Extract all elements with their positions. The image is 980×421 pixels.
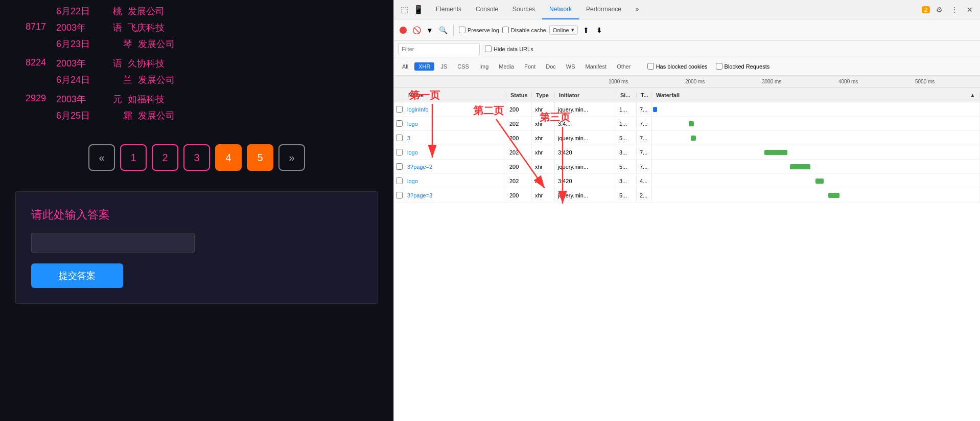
row-checkbox[interactable] (394, 145, 404, 159)
filter-input[interactable] (398, 43, 480, 55)
answer-label: 请此处输入答案 (31, 207, 362, 223)
header-time[interactable]: T... (637, 92, 652, 98)
has-blocked-area: Has blocked cookies Blocked Requests (647, 63, 770, 70)
page-3-button[interactable]: 3 (183, 144, 210, 171)
row-initiator[interactable]: 3:420 (555, 145, 616, 159)
header-name[interactable]: Name (404, 92, 506, 98)
row-checkbox[interactable] (394, 117, 404, 130)
waterfall-bar (815, 179, 824, 184)
table-row: 8224 2003年 语 久协科技 (15, 57, 378, 70)
disable-cache-checkbox[interactable] (502, 27, 509, 33)
row-checkbox[interactable] (394, 131, 404, 145)
network-row-3[interactable]: 3 200 xhr jquery.min... 5... 7... (394, 131, 980, 145)
sub-char: 兰 (118, 74, 138, 86)
filter-img[interactable]: Img (475, 62, 493, 71)
row-type: xhr (532, 174, 555, 188)
tab-more[interactable]: » (628, 0, 646, 19)
tab-console[interactable]: Console (469, 0, 505, 19)
filter-css[interactable]: CSS (453, 62, 473, 71)
filter-js[interactable]: JS (436, 62, 451, 71)
blocked-requests-label[interactable]: Blocked Requests (716, 63, 770, 70)
network-row-logo-1[interactable]: logo 202 xhr 3:4... 1... 7... (394, 117, 980, 131)
page-4-button[interactable]: 4 (215, 144, 242, 171)
filter-ws[interactable]: WS (562, 62, 579, 71)
sub-char: 琴 (118, 38, 138, 50)
tab-sources[interactable]: Sources (505, 0, 542, 19)
devtools-settings-area: 2 ⚙ ⋮ ✕ (922, 4, 976, 16)
row-type: xhr (532, 145, 555, 159)
tab-network[interactable]: Network (542, 0, 579, 19)
table-row: 6月22日 桃 发展公司 (15, 5, 378, 17)
hide-urls-label[interactable]: Hide data URLs (485, 46, 533, 52)
row-size: 5... (616, 131, 637, 145)
row-name: logo (404, 117, 506, 130)
network-row-page3[interactable]: 3?page=3 200 xhr jquery.min... 5... 2... (394, 188, 980, 203)
more-options-icon[interactable]: ⋮ (948, 4, 961, 16)
answer-input[interactable] (31, 233, 195, 253)
row-checkbox[interactable] (394, 160, 404, 173)
download-icon[interactable]: ⬇ (594, 25, 604, 35)
close-devtools-icon[interactable]: ✕ (964, 4, 976, 16)
tl-mark-1000: 1000 ms (609, 79, 628, 84)
record-button[interactable] (398, 25, 408, 35)
devtools-panel: ⬚ 📱 Elements Console Sources Network Per… (393, 0, 980, 421)
filter-all[interactable]: All (398, 62, 412, 71)
row-year: 2003年 (56, 21, 107, 34)
row-status: 202 (506, 117, 532, 130)
header-type[interactable]: Type (532, 92, 555, 98)
header-initiator[interactable]: Initiator (555, 92, 616, 98)
has-blocked-checkbox[interactable] (647, 63, 654, 70)
settings-icon[interactable]: ⚙ (933, 4, 945, 16)
prev-page-button[interactable]: « (88, 144, 115, 171)
page-5-button[interactable]: 5 (247, 144, 273, 171)
blocked-requests-checkbox[interactable] (716, 63, 722, 70)
filter-other[interactable]: Other (613, 62, 635, 71)
preserve-log-checkbox[interactable] (459, 27, 465, 33)
tab-performance[interactable]: Performance (579, 0, 628, 19)
filter-xhr[interactable]: XHR (414, 62, 434, 71)
row-checkbox[interactable] (394, 102, 404, 116)
tab-elements[interactable]: Elements (429, 0, 469, 19)
row-type: xhr (532, 102, 555, 116)
disable-cache-label[interactable]: Disable cache (502, 27, 546, 33)
has-blocked-label[interactable]: Has blocked cookies (647, 63, 708, 70)
network-row-logininfo[interactable]: loginInfo 200 xhr jquery.min... 1... 7..… (394, 102, 980, 117)
clear-button[interactable]: 🚫 (411, 25, 422, 35)
header-waterfall[interactable]: Waterfall ▲ (652, 92, 980, 98)
online-select[interactable]: Online ▾ (549, 25, 578, 35)
row-type: xhr (532, 188, 555, 202)
preserve-log-label[interactable]: Preserve log (459, 27, 499, 33)
filter-doc[interactable]: Doc (542, 62, 560, 71)
row-year: 2003年 (56, 57, 107, 70)
table-row: 8717 2003年 语 飞庆科技 (15, 21, 378, 34)
row-checkbox[interactable] (394, 174, 404, 188)
filter-toggle-button[interactable]: ▼ (425, 25, 435, 35)
row-status: 202 (506, 145, 532, 159)
network-table-body[interactable]: loginInfo 200 xhr jquery.min... 1... 7..… (394, 102, 980, 421)
filter-manifest[interactable]: Manifest (581, 62, 611, 71)
row-checkbox[interactable] (394, 188, 404, 202)
network-content-area: 1000 ms 2000 ms 3000 ms 4000 ms 5000 ms … (394, 76, 980, 421)
page-1-button[interactable]: 1 (120, 144, 147, 171)
network-row-logo-3[interactable]: logo 202 xhr 3:420 3... 4... (394, 174, 980, 188)
search-button[interactable]: 🔍 (438, 25, 448, 35)
network-row-page2[interactable]: 3?page=2 200 xhr jquery.min... 5... 7... (394, 160, 980, 174)
waterfall-bar (828, 193, 839, 198)
page-2-button[interactable]: 2 (152, 144, 178, 171)
toolbar-divider (453, 25, 454, 36)
header-status[interactable]: Status (506, 92, 532, 98)
header-size[interactable]: Si... (616, 92, 637, 98)
devtools-inspect-icon[interactable]: ⬚ (398, 4, 410, 16)
row-size: 5... (616, 160, 637, 173)
network-row-logo-2[interactable]: logo 202 xhr 3:420 3... 7... (394, 145, 980, 160)
submit-button[interactable]: 提交答案 (31, 263, 123, 288)
row-initiator[interactable]: 3:420 (555, 174, 616, 188)
next-page-button[interactable]: » (278, 144, 305, 171)
hide-urls-checkbox[interactable] (485, 46, 492, 52)
upload-icon[interactable]: ⬆ (581, 25, 591, 35)
answer-section: 请此处输入答案 提交答案 (15, 191, 378, 304)
devtools-device-icon[interactable]: 📱 (412, 4, 425, 16)
filter-media[interactable]: Media (495, 62, 518, 71)
row-time: 7... (637, 131, 652, 145)
filter-font[interactable]: Font (520, 62, 540, 71)
